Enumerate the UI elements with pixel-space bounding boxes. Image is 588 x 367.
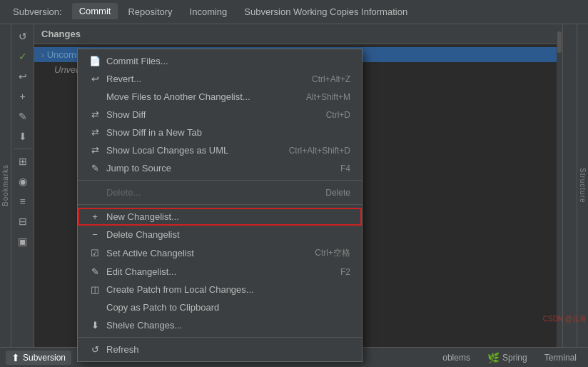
divider-3 <box>78 337 362 338</box>
menu-item-refresh[interactable]: ↺ Refresh <box>78 341 362 358</box>
toolbar-revert-btn[interactable]: ↩ <box>14 67 32 86</box>
new-changelist-icon: + <box>89 211 101 222</box>
dropdown-menu: 📄 Commit Files... ↩ Revert... Ctrl+Alt+Z… <box>77 49 363 362</box>
subversion-tab-icon: ⬆ <box>11 352 20 363</box>
commit-files-label: Commit Files... <box>106 56 168 66</box>
show-diff-tab-icon: ⇄ <box>89 127 101 138</box>
scroll-thumb <box>557 31 562 53</box>
bottom-tab-subversion[interactable]: ⬆ Subversion <box>6 351 71 365</box>
spring-tab-icon: 🌿 <box>487 352 500 363</box>
bottom-tab-spring[interactable]: 🌿 Spring <box>482 351 533 365</box>
set-active-icon: ☑ <box>89 248 101 258</box>
spring-tab-label: Spring <box>502 353 527 363</box>
menu-item-revert[interactable]: ↩ Revert... Ctrl+Alt+Z <box>78 70 362 88</box>
move-files-label: Move Files to Another Changelist... <box>106 91 250 102</box>
toolbar-edit-btn[interactable]: ✎ <box>14 107 32 126</box>
menu-item-new-changelist[interactable]: + New Changelist... <box>78 208 362 226</box>
show-uml-shortcut: Ctrl+Alt+Shift+D <box>289 146 350 156</box>
delete-label: Delete... <box>106 187 141 198</box>
refresh-label: Refresh <box>106 344 139 355</box>
menu-item-delete-changelist[interactable]: − Delete Changelist <box>78 226 362 243</box>
toolbar-check-btn[interactable]: ✓ <box>14 47 32 66</box>
divider-2 <box>78 204 362 205</box>
menu-item-jump-source[interactable]: ✎ Jump to Source F4 <box>78 159 362 177</box>
refresh-icon: ↺ <box>89 344 101 355</box>
show-uml-icon: ⇄ <box>89 145 101 156</box>
right-side-panel <box>562 24 577 347</box>
structure-sidebar: Structure <box>577 24 588 347</box>
menu-item-shelve[interactable]: ⬇ Shelve Changes... <box>78 316 362 334</box>
show-diff-label: Show Diff <box>106 109 146 120</box>
menu-item-repository[interactable]: Repository <box>121 4 179 20</box>
commit-files-icon: 📄 <box>89 56 101 66</box>
scroll-indicator[interactable] <box>557 24 562 347</box>
new-changelist-label: New Changelist... <box>106 211 179 222</box>
revert-label: Revert... <box>106 74 141 84</box>
create-patch-label: Create Patch from Local Changes... <box>106 284 254 295</box>
divider-1 <box>78 180 362 181</box>
menu-item-set-active[interactable]: ☑ Set Active Changelist Ctrl+空格 <box>78 243 362 263</box>
menu-bar: Subversion: Commit Repository Incoming S… <box>0 0 588 24</box>
set-active-shortcut: Ctrl+空格 <box>315 247 350 259</box>
menu-item-commit[interactable]: Commit <box>72 3 118 21</box>
delete-shortcut: Delete <box>325 188 350 198</box>
menu-item-wc-info[interactable]: Subversion Working Copies Information <box>237 4 415 20</box>
toolbar-box-btn[interactable]: ▣ <box>14 232 32 251</box>
toolbar-list-btn[interactable]: ≡ <box>14 192 32 211</box>
terminal-tab-label: Terminal <box>544 353 577 363</box>
menu-item-create-patch[interactable]: ◫ Create Patch from Local Changes... <box>78 281 362 298</box>
show-diff-tab-label: Show Diff in a New Tab <box>106 127 202 138</box>
menu-item-incoming[interactable]: Incoming <box>183 4 235 20</box>
menu-item-show-diff[interactable]: ⇄ Show Diff Ctrl+D <box>78 106 362 124</box>
jump-source-shortcut: F4 <box>340 164 350 174</box>
tree-arrow: › <box>41 51 44 59</box>
jump-source-label: Jump to Source <box>106 163 171 174</box>
edit-changelist-label: Edit Changelist... <box>106 266 176 277</box>
copy-patch-label: Copy as Patch to Clipboard <box>106 302 219 313</box>
toolbar-filter-btn[interactable]: ⊟ <box>14 212 32 231</box>
show-diff-icon: ⇄ <box>89 109 101 120</box>
edit-changelist-shortcut: F2 <box>340 267 350 277</box>
menu-item-delete: Delete... Delete <box>78 184 362 201</box>
subversion-tab-label: Subversion <box>23 353 66 363</box>
structure-label: Structure <box>579 168 587 203</box>
create-patch-icon: ◫ <box>89 284 101 295</box>
jump-source-icon: ✎ <box>89 163 101 174</box>
revert-shortcut: Ctrl+Alt+Z <box>312 74 350 84</box>
toolbar-group-btn[interactable]: ⊞ <box>14 152 32 171</box>
bookmarks-label: Bookmarks <box>1 164 9 206</box>
menu-item-commit-files[interactable]: 📄 Commit Files... <box>78 52 362 70</box>
shelve-label: Shelve Changes... <box>106 320 182 331</box>
shelve-icon: ⬇ <box>89 320 101 331</box>
revert-icon: ↩ <box>89 74 101 84</box>
menu-item-subversion[interactable]: Subversion: <box>6 4 69 20</box>
watermark: CSDN @元哥 <box>543 314 587 324</box>
bottom-tab-terminal[interactable]: Terminal <box>539 351 582 365</box>
delete-changelist-label: Delete Changelist <box>106 229 180 240</box>
toolbar-download-btn[interactable]: ⬇ <box>14 127 32 146</box>
problems-tab-label: oblems <box>442 353 470 363</box>
toolbar-refresh-btn[interactable]: ↺ <box>14 27 32 46</box>
show-uml-label: Show Local Changes as UML <box>106 145 228 156</box>
menu-item-edit-changelist[interactable]: ✎ Edit Changelist... F2 <box>78 263 362 281</box>
bookmarks-sidebar: Bookmarks <box>0 24 11 347</box>
menu-item-move-files[interactable]: Move Files to Another Changelist... Alt+… <box>78 88 362 106</box>
show-diff-shortcut: Ctrl+D <box>326 110 350 120</box>
menu-item-show-diff-tab[interactable]: ⇄ Show Diff in a New Tab <box>78 124 362 141</box>
menu-item-show-uml[interactable]: ⇄ Show Local Changes as UML Ctrl+Alt+Shi… <box>78 141 362 159</box>
bottom-tab-problems[interactable]: oblems <box>437 351 476 365</box>
panel-header: Changes <box>34 24 562 44</box>
set-active-label: Set Active Changelist <box>106 248 194 258</box>
toolbar-eye-btn[interactable]: ◉ <box>14 172 32 191</box>
toolbar-plus-btn[interactable]: + <box>14 87 32 106</box>
menu-item-copy-patch[interactable]: Copy as Patch to Clipboard <box>78 298 362 316</box>
move-files-shortcut: Alt+Shift+M <box>306 92 350 102</box>
left-toolbar: ↺ ✓ ↩ + ✎ ⬇ ⊞ ◉ ≡ ⊟ ▣ <box>11 24 34 347</box>
delete-changelist-icon: − <box>89 229 101 240</box>
edit-changelist-icon: ✎ <box>89 266 101 277</box>
